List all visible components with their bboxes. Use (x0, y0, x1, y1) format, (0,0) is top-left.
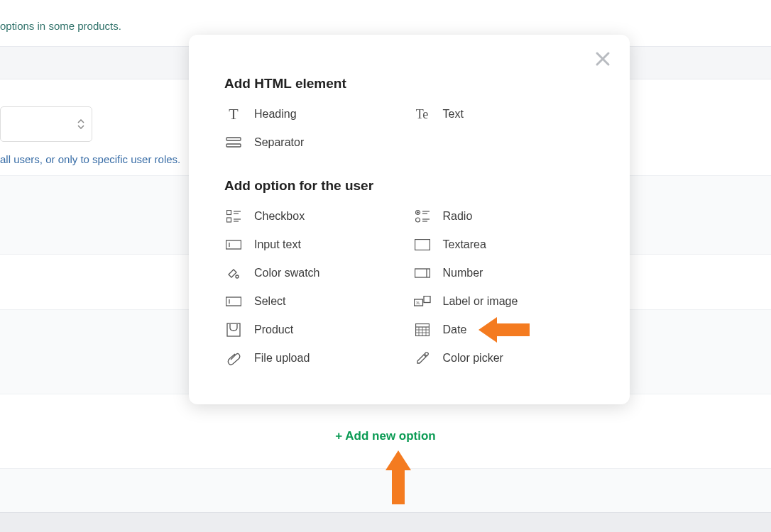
option-label: Textarea (443, 238, 486, 251)
input-text-icon (224, 237, 243, 253)
svg-text:XL: XL (416, 301, 420, 305)
user-options-grid: Checkbox Radio Input text Textarea Color… (224, 202, 594, 372)
color-swatch-icon (224, 265, 243, 281)
html-elements-grid: T Heading Te Text Separator (224, 100, 594, 157)
option-separator[interactable]: Separator (224, 128, 406, 157)
svg-rect-15 (226, 240, 241, 249)
svg-rect-25 (424, 297, 430, 303)
option-label: Date (443, 323, 467, 336)
option-color-swatch[interactable]: Color swatch (224, 259, 406, 287)
product-icon (224, 322, 243, 338)
option-label: Color picker (443, 352, 503, 365)
label-image-icon: XL (413, 294, 432, 309)
file-upload-icon (224, 350, 243, 366)
option-label: File upload (254, 352, 310, 365)
svg-rect-17 (415, 240, 430, 250)
svg-point-18 (236, 275, 239, 278)
separator-icon (224, 135, 243, 150)
section-title-html: Add HTML element (224, 76, 594, 92)
partial-intro-text: options in some products. (0, 20, 121, 32)
option-color-picker[interactable]: Color picker (413, 344, 595, 372)
add-new-option-link[interactable]: + Add new option (0, 429, 771, 443)
option-product[interactable]: Product (224, 316, 406, 344)
section-title-user: Add option for the user (224, 178, 594, 194)
svg-rect-2 (227, 211, 231, 215)
radio-icon (413, 209, 432, 224)
option-number[interactable]: Number (413, 259, 595, 287)
svg-marker-34 (479, 317, 530, 343)
svg-point-10 (415, 218, 420, 222)
text-icon: Te (413, 106, 432, 122)
bg-band-6 (0, 512, 771, 532)
number-icon (413, 265, 432, 281)
option-input-text[interactable]: Input text (224, 231, 406, 259)
option-label: Select (254, 295, 285, 308)
close-icon (595, 51, 611, 67)
option-select[interactable]: Select (224, 287, 406, 316)
partial-roles-text: all users, or only to specific user role… (0, 153, 180, 165)
svg-rect-19 (415, 269, 430, 277)
option-textarea[interactable]: Textarea (413, 231, 595, 259)
annotation-arrow-add (386, 450, 411, 504)
color-picker-icon (413, 350, 432, 366)
option-label: Heading (254, 108, 297, 121)
svg-rect-1 (226, 144, 241, 147)
option-label: Text (443, 108, 464, 121)
option-radio[interactable]: Radio (413, 202, 595, 231)
svg-rect-0 (226, 138, 241, 140)
chevron-updown-icon (77, 119, 84, 129)
checkbox-icon (224, 209, 243, 224)
svg-marker-35 (386, 450, 411, 504)
annotation-arrow-date (479, 317, 530, 343)
option-text[interactable]: Te Text (413, 100, 595, 128)
option-label: Label or image (443, 295, 518, 308)
option-label: Radio (443, 210, 473, 223)
svg-rect-3 (227, 218, 231, 222)
option-label: Separator (254, 136, 304, 149)
option-file-upload[interactable]: File upload (224, 344, 406, 372)
svg-rect-21 (226, 297, 241, 306)
option-label-image[interactable]: XL Label or image (413, 287, 595, 316)
heading-icon: T (224, 106, 243, 122)
option-heading[interactable]: T Heading (224, 100, 406, 128)
roles-select[interactable] (0, 106, 92, 142)
option-checkbox[interactable]: Checkbox (224, 202, 406, 231)
close-button[interactable] (591, 48, 614, 70)
add-option-modal: Add HTML element T Heading Te Text Separ… (189, 35, 630, 404)
option-label: Input text (254, 238, 301, 251)
option-label: Number (443, 267, 483, 279)
textarea-icon (413, 237, 432, 253)
option-label: Color swatch (254, 267, 319, 279)
svg-point-9 (417, 212, 418, 214)
select-icon (224, 294, 243, 309)
option-label: Product (254, 323, 293, 336)
option-label: Checkbox (254, 210, 305, 223)
svg-rect-26 (227, 323, 240, 336)
date-icon (413, 322, 432, 338)
